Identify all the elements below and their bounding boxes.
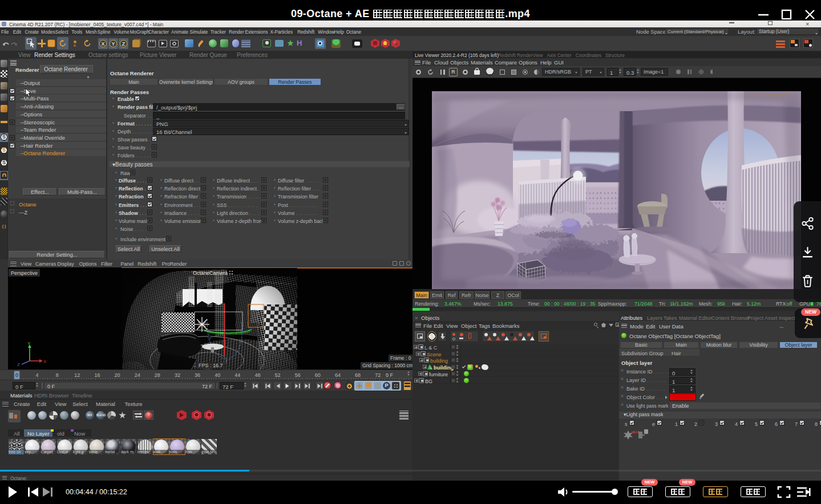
svg-text:Y: Y: [27, 341, 31, 346]
svg-text:X: X: [43, 359, 47, 364]
svg-text:Z: Z: [17, 362, 20, 367]
